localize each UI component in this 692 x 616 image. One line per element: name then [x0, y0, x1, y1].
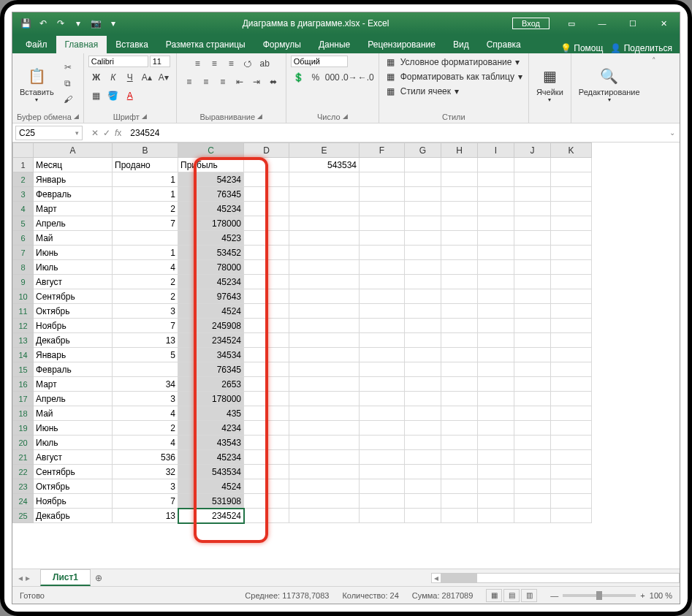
cell-H6[interactable] — [441, 231, 478, 246]
fill-color-icon[interactable]: 🪣 — [105, 88, 121, 104]
cell-F7[interactable] — [360, 246, 405, 260]
cell-K24[interactable] — [551, 494, 592, 509]
row-header-23[interactable]: 23 — [13, 479, 34, 494]
cell-K1[interactable] — [551, 158, 592, 172]
number-launcher-icon[interactable]: ◢ — [343, 113, 348, 121]
cell-J19[interactable] — [514, 421, 551, 436]
cell-G6[interactable] — [405, 231, 441, 246]
cell-F20[interactable] — [360, 436, 405, 450]
cell-E17[interactable] — [289, 392, 360, 406]
cell-K4[interactable] — [551, 202, 592, 216]
cell-I22[interactable] — [478, 465, 514, 479]
col-header-G[interactable]: G — [405, 143, 441, 158]
cell-G16[interactable] — [405, 377, 441, 392]
cell-I16[interactable] — [478, 377, 514, 392]
cell-E16[interactable] — [289, 377, 360, 392]
cell-D18[interactable] — [244, 406, 289, 421]
zoom-control[interactable]: — + 100 % — [550, 591, 672, 600]
sign-in-button[interactable]: Вход — [512, 18, 550, 29]
cell-B1[interactable]: Продано — [113, 158, 178, 172]
cell-G1[interactable] — [405, 158, 441, 172]
cell-D8[interactable] — [244, 260, 289, 275]
cell-E20[interactable] — [289, 436, 360, 450]
cell-J13[interactable] — [514, 333, 551, 348]
cell-H24[interactable] — [441, 494, 478, 509]
cell-A11[interactable]: Октябрь — [34, 304, 113, 319]
cell-I13[interactable] — [478, 333, 514, 348]
cell-C16[interactable]: 2653 — [178, 377, 244, 392]
cell-E12[interactable] — [289, 319, 360, 333]
cell-C2[interactable]: 54234 — [178, 172, 244, 187]
comma-icon[interactable]: 000 — [324, 69, 341, 85]
cell-A13[interactable]: Декабрь — [34, 333, 113, 348]
cell-D15[interactable] — [244, 362, 289, 377]
row-header-12[interactable]: 12 — [13, 319, 34, 333]
cell-E18[interactable] — [289, 406, 360, 421]
cell-A17[interactable]: Апрель — [34, 392, 113, 406]
cell-G2[interactable] — [405, 172, 441, 187]
cell-D7[interactable] — [244, 246, 289, 260]
cell-D25[interactable] — [244, 509, 289, 523]
cell-D17[interactable] — [244, 392, 289, 406]
cell-G8[interactable] — [405, 260, 441, 275]
save-icon[interactable]: 💾 — [20, 18, 31, 29]
cell-I18[interactable] — [478, 406, 514, 421]
cell-I17[interactable] — [478, 392, 514, 406]
cell-D19[interactable] — [244, 421, 289, 436]
row-header-13[interactable]: 13 — [13, 333, 34, 348]
cell-B14[interactable]: 5 — [113, 348, 178, 362]
cell-A7[interactable]: Июнь — [34, 246, 113, 260]
cell-A21[interactable]: Август — [34, 450, 113, 465]
cell-K19[interactable] — [551, 421, 592, 436]
row-header-22[interactable]: 22 — [13, 465, 34, 479]
zoom-level[interactable]: 100 % — [650, 591, 672, 600]
format-as-table-button[interactable]: ▦Форматировать как таблицу▾ — [384, 70, 524, 83]
cell-K17[interactable] — [551, 392, 592, 406]
cell-B13[interactable]: 13 — [113, 333, 178, 348]
cell-J5[interactable] — [514, 216, 551, 231]
cell-G15[interactable] — [405, 362, 441, 377]
cell-K21[interactable] — [551, 450, 592, 465]
cell-J23[interactable] — [514, 479, 551, 494]
cell-C21[interactable]: 45234 — [178, 450, 244, 465]
cell-C19[interactable]: 4234 — [178, 421, 244, 436]
number-format-input[interactable] — [291, 56, 348, 67]
cell-C1[interactable]: Прибыль — [178, 158, 244, 172]
sheet-tab-active[interactable]: Лист1 — [40, 569, 91, 586]
cell-H13[interactable] — [441, 333, 478, 348]
row-header-15[interactable]: 15 — [13, 362, 34, 377]
cell-I9[interactable] — [478, 275, 514, 289]
cell-A16[interactable]: Март — [34, 377, 113, 392]
cell-G18[interactable] — [405, 406, 441, 421]
cell-A3[interactable]: Февраль — [34, 187, 113, 202]
cell-G12[interactable] — [405, 319, 441, 333]
cell-D16[interactable] — [244, 377, 289, 392]
cell-A5[interactable]: Апрель — [34, 216, 113, 231]
format-painter-icon[interactable]: 🖌 — [60, 92, 76, 107]
cell-H4[interactable] — [441, 202, 478, 216]
cell-H12[interactable] — [441, 319, 478, 333]
cell-E6[interactable] — [289, 231, 360, 246]
cell-H23[interactable] — [441, 479, 478, 494]
cell-D9[interactable] — [244, 275, 289, 289]
cell-B23[interactable]: 3 — [113, 479, 178, 494]
cell-J10[interactable] — [514, 289, 551, 304]
cell-C22[interactable]: 543534 — [178, 465, 244, 479]
col-header-C[interactable]: C — [178, 143, 244, 158]
cell-B16[interactable]: 34 — [113, 377, 178, 392]
cell-I3[interactable] — [478, 187, 514, 202]
row-header-24[interactable]: 24 — [13, 494, 34, 509]
cell-G22[interactable] — [405, 465, 441, 479]
cell-G13[interactable] — [405, 333, 441, 348]
sheet-nav-prev-icon[interactable]: ◂ — [18, 573, 23, 583]
cell-C7[interactable]: 53452 — [178, 246, 244, 260]
cell-E23[interactable] — [289, 479, 360, 494]
cell-E19[interactable] — [289, 421, 360, 436]
cell-F2[interactable] — [360, 172, 405, 187]
cell-E25[interactable] — [289, 509, 360, 523]
copy-icon[interactable]: ⧉ — [60, 76, 76, 91]
cell-J18[interactable] — [514, 406, 551, 421]
maximize-icon[interactable]: ☐ — [618, 13, 647, 34]
cell-A15[interactable]: Февраль — [34, 362, 113, 377]
cell-F21[interactable] — [360, 450, 405, 465]
